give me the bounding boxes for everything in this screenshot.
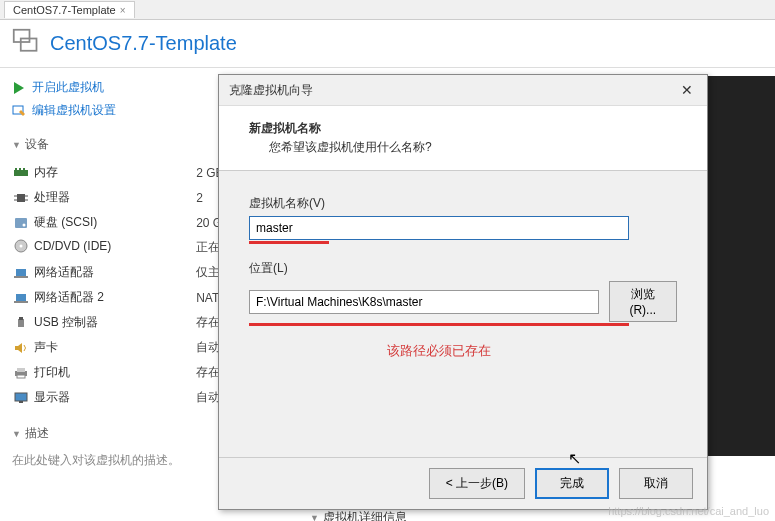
path-note: 该路径必须已存在	[249, 342, 629, 360]
usb-icon	[14, 317, 28, 329]
dialog-close-icon[interactable]: ✕	[677, 82, 697, 98]
watermark: https://blog.csdn.net/cai_and_luo	[608, 505, 769, 517]
device-label: 网络适配器 2	[34, 289, 104, 306]
play-icon	[12, 81, 26, 95]
svg-rect-7	[23, 168, 25, 170]
clone-wizard-dialog: 克隆虚拟机向导 ✕ 新虚拟机名称 您希望该虚拟机使用什么名称? 虚拟机名称(V)…	[218, 74, 708, 510]
dialog-heading: 新虚拟机名称 您希望该虚拟机使用什么名称?	[219, 105, 707, 171]
svg-rect-19	[16, 294, 26, 301]
svg-rect-20	[14, 301, 28, 303]
svg-rect-4	[14, 170, 28, 176]
device-label: 内存	[34, 164, 58, 181]
vm-name-label: 虚拟机名称(V)	[249, 195, 677, 212]
vm-name-input[interactable]	[249, 216, 629, 240]
cd-icon	[14, 239, 28, 253]
caret-icon: ▼	[12, 429, 21, 439]
page-title: CentOS7.7-Template	[50, 32, 237, 55]
dialog-subheading: 您希望该虚拟机使用什么名称?	[249, 139, 677, 156]
edit-icon	[12, 104, 26, 118]
device-label: 硬盘 (SCSI)	[34, 214, 97, 231]
disk-icon	[14, 217, 28, 229]
svg-rect-28	[19, 401, 23, 403]
svg-rect-17	[16, 269, 26, 276]
tab-bar: CentOS7.7-Template ×	[0, 0, 775, 20]
display-icon	[14, 392, 28, 404]
svg-rect-26	[17, 375, 25, 378]
dialog-footer: < 上一步(B) 完成 取消	[219, 457, 707, 509]
edit-settings-label: 编辑虚拟机设置	[32, 102, 116, 119]
caret-icon: ▼	[12, 140, 21, 150]
device-label: 网络适配器	[34, 264, 94, 281]
net-icon	[14, 292, 28, 304]
annotation-underline	[249, 241, 329, 244]
devices-section-title: 设备	[25, 136, 49, 153]
power-on-label: 开启此虚拟机	[32, 79, 104, 96]
printer-icon	[14, 367, 28, 379]
memory-icon	[14, 168, 28, 178]
dialog-titlebar: 克隆虚拟机向导 ✕	[219, 75, 707, 105]
net-icon	[14, 267, 28, 279]
annotation-underline	[249, 323, 629, 326]
device-label: USB 控制器	[34, 314, 98, 331]
device-label: 打印机	[34, 364, 70, 381]
svg-rect-8	[17, 194, 25, 202]
svg-rect-22	[19, 317, 23, 320]
svg-point-14	[23, 223, 26, 226]
description-section-title: 描述	[25, 425, 49, 442]
cpu-icon	[14, 191, 28, 205]
svg-rect-6	[19, 168, 21, 170]
svg-rect-25	[17, 368, 25, 372]
device-label: 显示器	[34, 389, 70, 406]
device-label: 声卡	[34, 339, 58, 356]
dialog-body: 虚拟机名称(V) 位置(L) 浏览(R)... 该路径必须已存在	[219, 171, 707, 457]
dialog-title: 克隆虚拟机向导	[229, 82, 313, 99]
svg-rect-5	[15, 168, 17, 170]
tab-label: CentOS7.7-Template	[13, 4, 116, 16]
location-input[interactable]	[249, 290, 599, 314]
tab-centos[interactable]: CentOS7.7-Template ×	[4, 1, 135, 18]
svg-rect-18	[14, 276, 28, 278]
vm-details-section-header[interactable]: ▼ 虚拟机详细信息	[310, 509, 407, 521]
vm-details-title: 虚拟机详细信息	[323, 509, 407, 521]
sound-icon	[14, 342, 28, 354]
finish-button[interactable]: 完成	[535, 468, 609, 499]
cancel-button[interactable]: 取消	[619, 468, 693, 499]
device-label: CD/DVD (IDE)	[34, 239, 111, 253]
svg-marker-2	[14, 82, 24, 94]
dialog-heading-title: 新虚拟机名称	[249, 120, 677, 137]
svg-rect-21	[18, 319, 24, 327]
svg-point-16	[20, 245, 23, 248]
device-label: 处理器	[34, 189, 70, 206]
caret-icon: ▼	[310, 513, 319, 522]
svg-rect-27	[15, 393, 27, 401]
svg-rect-13	[15, 218, 27, 228]
browse-button[interactable]: 浏览(R)...	[609, 281, 677, 322]
vm-icon	[12, 28, 40, 59]
back-button[interactable]: < 上一步(B)	[429, 468, 525, 499]
page-header: CentOS7.7-Template	[0, 20, 775, 68]
tab-close-icon[interactable]: ×	[120, 5, 126, 16]
svg-marker-23	[15, 343, 22, 353]
location-label: 位置(L)	[249, 260, 677, 277]
